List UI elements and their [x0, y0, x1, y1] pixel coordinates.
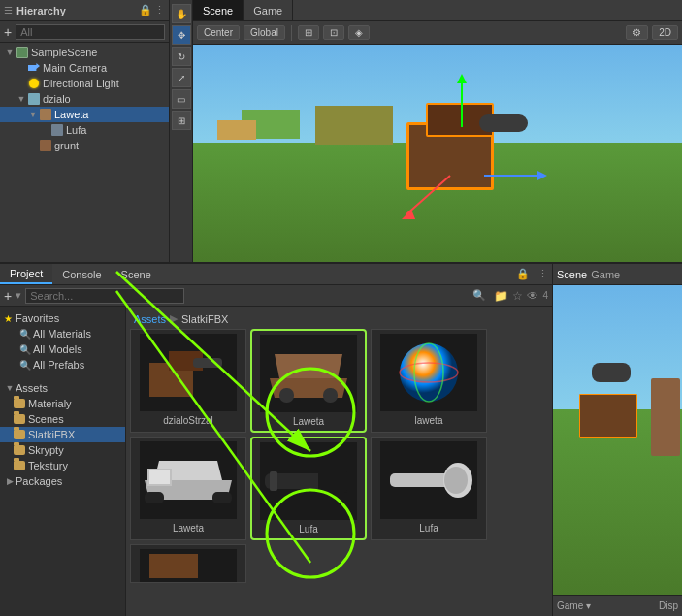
tree-all-materials[interactable]: 🔍 All Materials [0, 326, 125, 341]
toolbar-center-btn[interactable]: Center [197, 25, 240, 40]
folder-icon-toolbar[interactable]: 📁 [494, 289, 508, 303]
grid-label-lufa-white: Lufa [419, 523, 438, 534]
grid-item-laweta-mat[interactable]: laweta [371, 329, 487, 433]
thumb-partial [140, 549, 237, 583]
thumb-lufa-white [380, 441, 477, 519]
svg-point-13 [400, 343, 458, 402]
right-preview-toolbar: Game ▾ Disp [553, 595, 682, 616]
project-add-button[interactable]: + [4, 288, 12, 304]
assets-label: Assets [16, 382, 48, 394]
project-search-input[interactable] [25, 288, 184, 304]
svg-rect-21 [149, 470, 170, 484]
x-axis-arrow [484, 166, 552, 185]
toolbar-gizmo-btn[interactable]: ◈ [348, 25, 370, 40]
tree-arrow-samplescene[interactable]: ▼ [4, 48, 16, 57]
tool-rect[interactable]: ▭ [172, 89, 191, 109]
project-toolbar: + ▾ 🔍 📁 ☆ 👁 4 [0, 285, 552, 307]
tree-slatki-fbx[interactable]: SlatkiFBX [0, 427, 125, 442]
folder-icon-skrypty [14, 445, 25, 455]
hierarchy-search-input[interactable] [16, 24, 165, 40]
grid-label-laweta-mat: laweta [415, 415, 443, 426]
tree-materialy[interactable]: Materialy [0, 396, 125, 411]
project-content: ★ Favorites 🔍 All Materials 🔍 All Models… [0, 307, 552, 616]
tab-scene[interactable]: Scene [193, 0, 244, 20]
toolbar-grid-btn[interactable]: ⊞ [298, 25, 319, 40]
tree-label-dzialo: dzialo [43, 93, 71, 105]
eye-icon-toolbar[interactable]: 👁 [527, 289, 538, 303]
breadcrumb-arrow: ▶ [170, 312, 178, 325]
tab-scene-bottom[interactable]: Scene [112, 264, 161, 284]
scene-tabs: Scene Game [193, 0, 682, 21]
tree-item-main-camera[interactable]: ▶ Main Camera [0, 60, 169, 76]
grid-item-partial[interactable] [130, 544, 246, 583]
toolbar-snap-btn[interactable]: ⊡ [323, 25, 344, 40]
search-small-icon2: 🔍 [19, 344, 31, 355]
scene-viewport[interactable] [193, 45, 682, 262]
thumb-dzialo-strzal [140, 334, 237, 411]
tab-project[interactable]: Project [0, 264, 52, 284]
tree-skrypty[interactable]: Skrypty [0, 442, 125, 458]
toolbar-settings-btn[interactable]: ⚙ [626, 25, 648, 40]
scene-panel: Scene Game Center Global ⊞ ⊡ ◈ ⚙ 2D [193, 0, 682, 262]
tool-move[interactable]: ✥ [172, 25, 191, 45]
right-preview-viewport[interactable] [553, 285, 682, 595]
tree-arrow-dzialo[interactable]: ▼ [16, 94, 27, 104]
grid-item-laweta-white[interactable]: Laweta [130, 437, 246, 540]
tree-arrow-assets: ▼ [4, 383, 16, 393]
project-lock-icon[interactable]: 🔒 [512, 268, 534, 280]
star-icon-toolbar[interactable]: ☆ [512, 289, 523, 303]
all-prefabs-label: All Prefabs [33, 359, 84, 371]
tree-assets[interactable]: ▼ Assets [0, 380, 125, 396]
tree-arrow-laweta[interactable]: ▼ [27, 110, 39, 119]
toolbar-global-btn[interactable]: Global [244, 25, 285, 40]
right-game-tab[interactable]: Game [591, 269, 620, 280]
tool-hand[interactable]: ✋ [172, 4, 191, 23]
breadcrumb-slatkifbx[interactable]: SlatkiFBX [181, 313, 228, 325]
tree-scenes[interactable]: Scenes [0, 411, 125, 427]
tree-item-samplescene[interactable]: ▼ SampleScene [0, 45, 169, 60]
folder-icon-scenes [14, 414, 25, 424]
tree-label-grunt: grunt [54, 140, 79, 151]
hierarchy-lock-icon[interactable]: 🔒 [139, 4, 152, 16]
tool-transform[interactable]: ⊞ [172, 111, 191, 130]
tools-panel: ✋ ✥ ↻ ⤢ ▭ ⊞ [170, 0, 193, 262]
grid-item-dzialo-strzal[interactable]: dzialoStrzal [130, 329, 246, 433]
svg-line-4 [406, 176, 450, 214]
hierarchy-panel: ☰ Hierarchy 🔒 ⋮ + ▼ SampleScene [0, 0, 170, 262]
grid-item-lufa-dark[interactable]: Lufa [250, 437, 367, 540]
right-preview-header: Scene Game [553, 264, 682, 285]
thumb-lufa-white-svg [380, 441, 477, 519]
all-materials-label: All Materials [33, 328, 91, 340]
scene-toolbar: Center Global ⊞ ⊡ ◈ ⚙ 2D [193, 21, 682, 45]
tree-packages[interactable]: ▶ Packages [0, 473, 125, 489]
tree-favorites[interactable]: ★ Favorites [0, 310, 125, 326]
grid-item-laweta-fbx[interactable]: Laweta [250, 329, 367, 433]
tree-item-grunt[interactable]: ▶ grunt [0, 138, 169, 153]
grid-item-lufa-white[interactable]: Lufa [371, 437, 487, 540]
hierarchy-title: Hierarchy [16, 5, 135, 16]
breadcrumb-assets[interactable]: Assets [134, 313, 166, 325]
project-menu-icon[interactable]: ⋮ [534, 268, 552, 280]
game-label[interactable]: Game ▾ [557, 600, 591, 611]
tab-console[interactable]: Console [52, 264, 111, 284]
tree-item-directional-light[interactable]: ▶ Directional Light [0, 76, 169, 91]
tree-item-laweta[interactable]: ▼ Laweta [0, 107, 169, 122]
tree-label-samplescene: SampleScene [31, 47, 98, 58]
tree-item-lufa[interactable]: ▶ Lufa [0, 122, 169, 138]
tree-all-models[interactable]: 🔍 All Models [0, 341, 125, 357]
bottom-area: Project Console Scene 🔒 ⋮ + ▾ 🔍 📁 ☆ 👁 4 [0, 262, 682, 616]
asset-tree: ★ Favorites 🔍 All Materials 🔍 All Models… [0, 307, 126, 616]
right-scene-tab[interactable]: Scene [557, 269, 587, 280]
hierarchy-add-button[interactable]: + [4, 24, 12, 40]
tool-scale[interactable]: ⤢ [172, 68, 191, 87]
grid-label-lufa-dark: Lufa [299, 524, 317, 535]
grid-label-dzialo-strzal: dzialoStrzal [163, 415, 213, 426]
tree-tekstury[interactable]: Tekstury [0, 458, 125, 473]
tree-item-dzialo[interactable]: ▼ dzialo [0, 91, 169, 107]
tree-all-prefabs[interactable]: 🔍 All Prefabs [0, 357, 125, 373]
tab-game[interactable]: Game [244, 0, 293, 20]
tool-rotate[interactable]: ↻ [172, 47, 191, 66]
hierarchy-menu-icon[interactable]: ⋮ [154, 4, 165, 16]
disp-label[interactable]: Disp [659, 600, 678, 611]
toolbar-2d-btn[interactable]: 2D [652, 25, 678, 40]
